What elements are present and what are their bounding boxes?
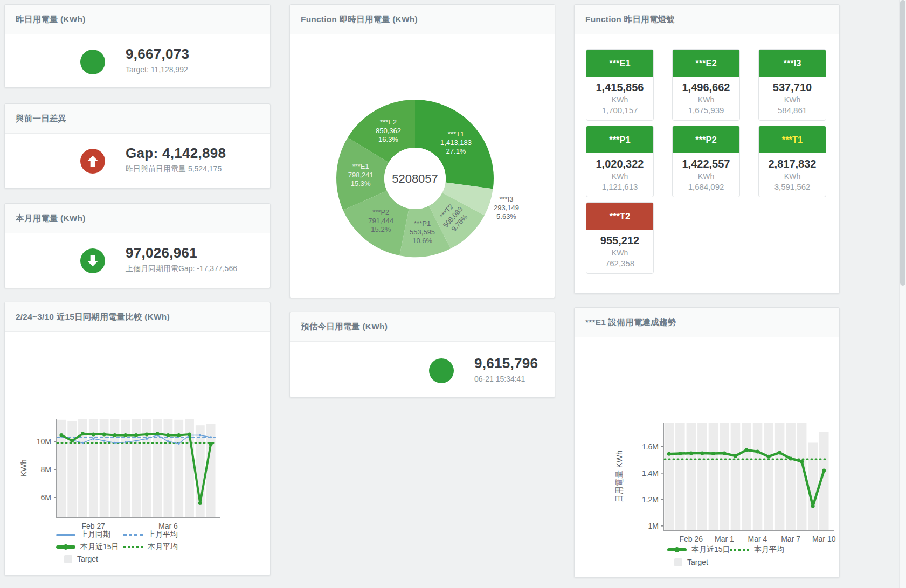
series-marker	[689, 452, 693, 455]
tile-value: 2,817,832	[759, 158, 826, 170]
month-usage-gap: 上個月同期用電Gap: -17,377,566	[126, 264, 237, 274]
panel-title: 預估今日用電量 (KWh)	[301, 321, 388, 333]
series-marker	[778, 451, 781, 454]
series-marker	[767, 455, 771, 459]
yesterday-usage-value: 9,667,073	[126, 46, 189, 62]
status-circle-icon	[80, 50, 105, 74]
panel-title: 2/24~3/10 近15日同期用電量比較 (KWh)	[16, 312, 170, 323]
series-marker	[134, 433, 138, 437]
svg-text:Mar 10: Mar 10	[812, 535, 836, 543]
series-marker	[198, 501, 202, 505]
legend-label: 上月同期	[80, 530, 110, 539]
series-marker	[103, 440, 105, 442]
series-marker	[135, 440, 137, 442]
tile-value: 1,496,662	[673, 81, 739, 94]
panel-header: Function 即時日用電量 (KWh)	[290, 5, 555, 34]
realtime-usage-donut-chart: ***T11,413,18327.1%***I3293,1495.63%***T…	[290, 34, 555, 298]
panel-title: Function 即時日用電量 (KWh)	[301, 14, 418, 25]
tile-target: 762,358	[586, 259, 653, 268]
series-marker	[92, 438, 94, 440]
svg-text:***I3293,1495.63%: ***I3293,1495.63%	[494, 195, 519, 220]
target-bar	[675, 423, 685, 530]
legend-marker-dot	[674, 547, 680, 552]
panel-header: 本月用電量 (KWh)	[5, 204, 270, 233]
forecast-today-value: 9,615,796	[474, 356, 538, 371]
legend-swatch-dash	[123, 534, 143, 536]
target-bar	[687, 423, 696, 530]
legend-marker-dot	[63, 544, 68, 550]
series-marker	[145, 433, 149, 437]
legend-item-2[interactable]: 本月近15日	[56, 543, 119, 551]
tile-unit: KWh	[586, 172, 653, 181]
stoplight-tiles: ***E11,415,856KWh1,700,157***E21,496,662…	[586, 49, 826, 274]
donut-slice-label: ***I3293,1495.63%	[494, 195, 519, 220]
panel-stoplight: Function 昨日用電燈號 ***E11,415,856KWh1,700,1…	[574, 4, 840, 294]
series-marker	[711, 452, 715, 455]
legend-swatch-box	[674, 558, 682, 566]
series-marker	[123, 433, 127, 437]
panel-month-usage: 本月用電量 (KWh) 97,026,961 上個月同期用電Gap: -17,3…	[4, 203, 271, 288]
svg-text:6M: 6M	[41, 493, 51, 502]
series-marker	[700, 452, 704, 455]
tile-value: 1,422,557	[673, 158, 739, 170]
prev-day-gap-subtitle: 昨日與前日用電量 5,524,175	[126, 164, 226, 174]
tile-target: 1,700,157	[586, 106, 653, 115]
legend-swatch-dot	[123, 546, 143, 548]
legend-swatch-thick	[667, 548, 687, 551]
tile-value: 1,020,322	[586, 158, 653, 170]
series-marker	[199, 434, 201, 436]
series-marker	[82, 442, 84, 444]
series-marker	[146, 438, 148, 440]
forecast-timestamp: 06-21 15:34:41	[474, 375, 538, 383]
series-marker	[800, 460, 804, 464]
svg-text:Feb 26: Feb 26	[680, 535, 703, 543]
tile-name: ***T1	[759, 126, 826, 153]
series-marker	[92, 433, 95, 437]
target-bar	[709, 423, 718, 530]
legend-swatch-line	[56, 534, 75, 536]
stoplight-tile-1: ***E21,496,662KWh1,675,939	[672, 49, 740, 121]
panel-title: 昨日用電量 (KWh)	[16, 14, 86, 25]
target-bar	[808, 443, 818, 531]
series-marker	[678, 452, 682, 455]
svg-text:Mar 1: Mar 1	[715, 535, 734, 543]
target-bar	[764, 423, 773, 530]
target-bar	[753, 423, 763, 530]
target-bar	[742, 423, 751, 530]
panel-header: 與前一日差異	[5, 104, 270, 134]
scrollbar-thumb[interactable]	[900, 0, 905, 286]
tile-unit: KWh	[586, 95, 653, 104]
series-marker	[789, 456, 793, 460]
tile-target: 1,121,613	[586, 182, 653, 191]
svg-text:Mar 4: Mar 4	[748, 535, 767, 543]
tile-name: ***T2	[586, 203, 653, 230]
legend-item-3[interactable]: 本月平均	[123, 543, 178, 551]
svg-text:Feb 27: Feb 27	[82, 522, 106, 530]
series-marker	[188, 433, 191, 437]
panel-prev-day-gap: 與前一日差異 Gap: 4,142,898 昨日與前日用電量 5,524,175	[4, 103, 271, 189]
legend-item-2[interactable]: Target	[674, 558, 708, 566]
legend-item-4[interactable]: Target	[64, 555, 98, 563]
arrow-up-icon	[80, 149, 105, 174]
e1-trend-chart: 1M1.2M1.4M1.6MFeb 26Mar 1Mar 4Mar 7Mar 1…	[575, 337, 839, 577]
series-marker	[59, 433, 63, 437]
panel-e1-trend-chart: ***E1 設備用電達成趨勢 1M1.2M1.4M1.6MFeb 26Mar 1…	[574, 307, 840, 578]
legend-swatch-box	[64, 555, 72, 563]
legend-label: Target	[77, 555, 98, 563]
legend-item-0[interactable]: 本月近15日	[667, 545, 730, 554]
legend-label: 本月平均	[148, 542, 178, 552]
legend-item-1[interactable]: 本月平均	[730, 545, 784, 554]
panel-15day-compare-chart: 2/24~3/10 近15日同期用電量比較 (KWh) 6M8M10MFeb 2…	[4, 302, 271, 576]
legend-label: Target	[687, 558, 708, 566]
series-marker	[70, 439, 74, 442]
target-bar	[720, 423, 729, 530]
tile-target: 3,591,562	[759, 182, 826, 191]
legend-item-1[interactable]: 上月平均	[123, 530, 178, 539]
svg-text:1.6M: 1.6M	[642, 442, 659, 451]
series-marker	[811, 504, 815, 508]
legend-item-0[interactable]: 上月同期	[56, 530, 110, 539]
panel-title: Function 昨日用電燈號	[585, 14, 675, 25]
legend-label: 本月近15日	[80, 542, 119, 552]
panel-title: 與前一日差異	[16, 113, 66, 124]
y-axis-label: KWh	[19, 459, 28, 477]
